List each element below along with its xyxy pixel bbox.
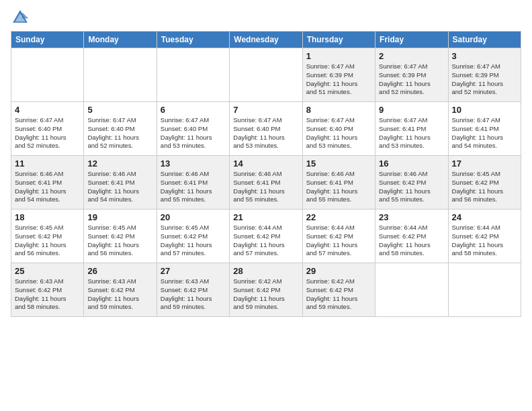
day-detail: Sunrise: 6:46 AM Sunset: 6:41 PM Dayligh… — [161, 170, 226, 204]
calendar-cell: 6Sunrise: 6:47 AM Sunset: 6:40 PM Daylig… — [157, 102, 229, 156]
day-number: 17 — [452, 158, 517, 169]
svg-marker-2 — [22, 12, 28, 18]
calendar-cell — [448, 263, 521, 317]
day-detail: Sunrise: 6:47 AM Sunset: 6:40 PM Dayligh… — [161, 116, 226, 150]
day-detail: Sunrise: 6:47 AM Sunset: 6:41 PM Dayligh… — [452, 116, 517, 150]
day-detail: Sunrise: 6:47 AM Sunset: 6:40 PM Dayligh… — [306, 116, 371, 150]
calendar-cell: 20Sunrise: 6:45 AM Sunset: 6:42 PM Dayli… — [157, 210, 229, 263]
day-detail: Sunrise: 6:47 AM Sunset: 6:40 PM Dayligh… — [233, 116, 298, 150]
day-number: 15 — [306, 158, 371, 169]
calendar-cell: 3Sunrise: 6:47 AM Sunset: 6:39 PM Daylig… — [448, 48, 521, 102]
calendar-cell: 28Sunrise: 6:42 AM Sunset: 6:42 PM Dayli… — [230, 263, 302, 317]
calendar-cell: 12Sunrise: 6:46 AM Sunset: 6:41 PM Dayli… — [84, 156, 157, 210]
calendar-cell: 2Sunrise: 6:47 AM Sunset: 6:39 PM Daylig… — [375, 48, 448, 102]
day-number: 7 — [233, 105, 298, 115]
day-number: 18 — [15, 212, 80, 222]
calendar-cell — [375, 263, 448, 317]
calendar-cell: 24Sunrise: 6:44 AM Sunset: 6:42 PM Dayli… — [448, 210, 521, 263]
calendar-cell: 9Sunrise: 6:47 AM Sunset: 6:41 PM Daylig… — [375, 102, 448, 156]
day-number: 9 — [379, 105, 444, 115]
weekday-header: Tuesday — [157, 32, 229, 48]
day-detail: Sunrise: 6:46 AM Sunset: 6:41 PM Dayligh… — [15, 170, 80, 204]
day-number: 29 — [306, 266, 371, 276]
calendar-cell: 17Sunrise: 6:45 AM Sunset: 6:42 PM Dayli… — [448, 156, 521, 210]
day-detail: Sunrise: 6:44 AM Sunset: 6:42 PM Dayligh… — [233, 224, 298, 258]
day-detail: Sunrise: 6:45 AM Sunset: 6:42 PM Dayligh… — [161, 224, 226, 258]
day-number: 23 — [379, 212, 444, 222]
day-detail: Sunrise: 6:47 AM Sunset: 6:39 PM Dayligh… — [306, 62, 371, 97]
calendar-week-row: 25Sunrise: 6:43 AM Sunset: 6:42 PM Dayli… — [11, 263, 521, 317]
day-number: 21 — [233, 212, 298, 222]
day-number: 8 — [306, 105, 371, 115]
day-number: 10 — [452, 105, 517, 115]
day-number: 28 — [233, 266, 298, 276]
day-detail: Sunrise: 6:46 AM Sunset: 6:41 PM Dayligh… — [87, 170, 152, 204]
calendar-body: 1Sunrise: 6:47 AM Sunset: 6:39 PM Daylig… — [11, 48, 521, 317]
day-detail: Sunrise: 6:47 AM Sunset: 6:39 PM Dayligh… — [379, 62, 444, 97]
logo-icon — [11, 8, 30, 27]
day-number: 12 — [87, 158, 152, 169]
day-detail: Sunrise: 6:44 AM Sunset: 6:42 PM Dayligh… — [306, 224, 371, 258]
calendar-cell: 14Sunrise: 6:46 AM Sunset: 6:41 PM Dayli… — [230, 156, 302, 210]
calendar-week-row: 4Sunrise: 6:47 AM Sunset: 6:40 PM Daylig… — [11, 102, 521, 156]
calendar-week-row: 11Sunrise: 6:46 AM Sunset: 6:41 PM Dayli… — [11, 156, 521, 210]
calendar-cell: 23Sunrise: 6:44 AM Sunset: 6:42 PM Dayli… — [375, 210, 448, 263]
calendar-cell — [11, 48, 84, 102]
calendar-cell: 27Sunrise: 6:43 AM Sunset: 6:42 PM Dayli… — [157, 263, 229, 317]
day-number: 24 — [452, 212, 517, 222]
logo — [11, 8, 32, 27]
day-number: 14 — [233, 158, 298, 169]
calendar-cell: 29Sunrise: 6:42 AM Sunset: 6:42 PM Dayli… — [302, 263, 375, 317]
calendar-cell: 4Sunrise: 6:47 AM Sunset: 6:40 PM Daylig… — [11, 102, 84, 156]
day-number: 27 — [161, 266, 226, 276]
calendar-cell: 5Sunrise: 6:47 AM Sunset: 6:40 PM Daylig… — [84, 102, 157, 156]
day-detail: Sunrise: 6:44 AM Sunset: 6:42 PM Dayligh… — [379, 224, 444, 258]
day-detail: Sunrise: 6:42 AM Sunset: 6:42 PM Dayligh… — [306, 277, 371, 312]
weekday-header: Sunday — [11, 32, 84, 48]
day-detail: Sunrise: 6:47 AM Sunset: 6:39 PM Dayligh… — [452, 62, 517, 97]
day-number: 20 — [161, 212, 226, 222]
day-detail: Sunrise: 6:45 AM Sunset: 6:42 PM Dayligh… — [87, 224, 152, 258]
calendar-cell: 19Sunrise: 6:45 AM Sunset: 6:42 PM Dayli… — [84, 210, 157, 263]
calendar-cell: 16Sunrise: 6:46 AM Sunset: 6:42 PM Dayli… — [375, 156, 448, 210]
header — [11, 8, 521, 27]
day-number: 25 — [15, 266, 80, 276]
weekday-header: Thursday — [302, 32, 375, 48]
weekday-header: Friday — [375, 32, 448, 48]
calendar-cell: 25Sunrise: 6:43 AM Sunset: 6:42 PM Dayli… — [11, 263, 84, 317]
day-detail: Sunrise: 6:43 AM Sunset: 6:42 PM Dayligh… — [87, 277, 152, 312]
day-number: 6 — [161, 105, 226, 115]
calendar-cell: 21Sunrise: 6:44 AM Sunset: 6:42 PM Dayli… — [230, 210, 302, 263]
day-number: 3 — [452, 51, 517, 61]
calendar-week-row: 18Sunrise: 6:45 AM Sunset: 6:42 PM Dayli… — [11, 210, 521, 263]
calendar-cell — [84, 48, 157, 102]
day-detail: Sunrise: 6:47 AM Sunset: 6:40 PM Dayligh… — [87, 116, 152, 150]
day-number: 11 — [15, 158, 80, 169]
calendar-cell: 10Sunrise: 6:47 AM Sunset: 6:41 PM Dayli… — [448, 102, 521, 156]
calendar-cell: 1Sunrise: 6:47 AM Sunset: 6:39 PM Daylig… — [302, 48, 375, 102]
day-detail: Sunrise: 6:43 AM Sunset: 6:42 PM Dayligh… — [161, 277, 226, 312]
day-number: 19 — [87, 212, 152, 222]
calendar-cell: 13Sunrise: 6:46 AM Sunset: 6:41 PM Dayli… — [157, 156, 229, 210]
calendar-cell: 8Sunrise: 6:47 AM Sunset: 6:40 PM Daylig… — [302, 102, 375, 156]
day-detail: Sunrise: 6:46 AM Sunset: 6:41 PM Dayligh… — [233, 170, 298, 204]
day-detail: Sunrise: 6:42 AM Sunset: 6:42 PM Dayligh… — [233, 277, 298, 312]
calendar-week-row: 1Sunrise: 6:47 AM Sunset: 6:39 PM Daylig… — [11, 48, 521, 102]
calendar-cell: 22Sunrise: 6:44 AM Sunset: 6:42 PM Dayli… — [302, 210, 375, 263]
day-number: 5 — [87, 105, 152, 115]
day-detail: Sunrise: 6:45 AM Sunset: 6:42 PM Dayligh… — [15, 224, 80, 258]
weekday-header: Monday — [84, 32, 157, 48]
calendar-cell: 26Sunrise: 6:43 AM Sunset: 6:42 PM Dayli… — [84, 263, 157, 317]
day-detail: Sunrise: 6:43 AM Sunset: 6:42 PM Dayligh… — [15, 277, 80, 312]
day-number: 16 — [379, 158, 444, 169]
weekday-header: Wednesday — [230, 32, 302, 48]
day-number: 22 — [306, 212, 371, 222]
page: SundayMondayTuesdayWednesdayThursdayFrid… — [0, 0, 532, 411]
day-detail: Sunrise: 6:46 AM Sunset: 6:41 PM Dayligh… — [306, 170, 371, 204]
calendar-cell: 18Sunrise: 6:45 AM Sunset: 6:42 PM Dayli… — [11, 210, 84, 263]
calendar-header-row: SundayMondayTuesdayWednesdayThursdayFrid… — [11, 32, 521, 48]
calendar-table: SundayMondayTuesdayWednesdayThursdayFrid… — [11, 31, 521, 317]
day-number: 1 — [306, 51, 371, 61]
calendar-cell: 11Sunrise: 6:46 AM Sunset: 6:41 PM Dayli… — [11, 156, 84, 210]
day-detail: Sunrise: 6:45 AM Sunset: 6:42 PM Dayligh… — [452, 170, 517, 204]
